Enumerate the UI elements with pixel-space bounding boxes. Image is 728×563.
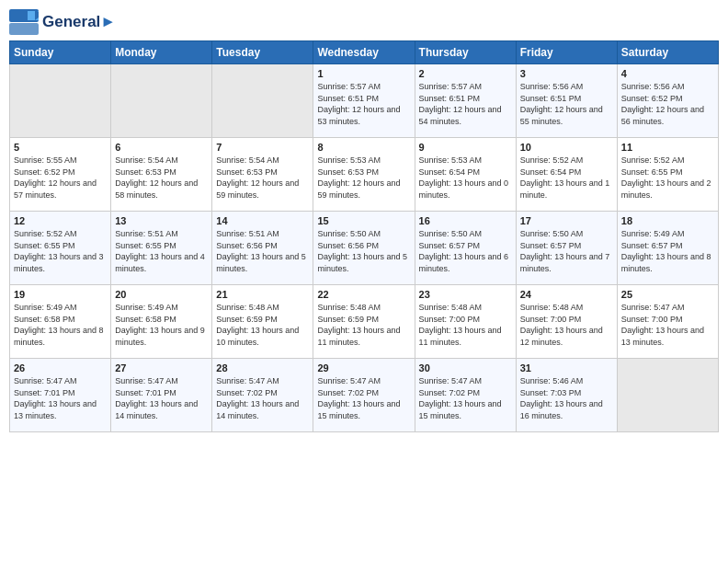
day-cell: 9Sunrise: 5:53 AM Sunset: 6:54 PM Daylig… <box>415 138 516 212</box>
day-number: 12 <box>14 215 107 226</box>
day-info: Sunrise: 5:46 AM Sunset: 7:03 PM Dayligh… <box>520 375 613 421</box>
day-info: Sunrise: 5:47 AM Sunset: 7:02 PM Dayligh… <box>216 375 309 421</box>
day-number: 24 <box>520 289 613 300</box>
day-info: Sunrise: 5:57 AM Sunset: 6:51 PM Dayligh… <box>317 81 410 127</box>
day-cell: 8Sunrise: 5:53 AM Sunset: 6:53 PM Daylig… <box>313 138 415 212</box>
week-row-5: 26Sunrise: 5:47 AM Sunset: 7:01 PM Dayli… <box>10 359 719 432</box>
day-cell <box>212 64 313 138</box>
day-cell <box>111 64 212 138</box>
day-info: Sunrise: 5:54 AM Sunset: 6:53 PM Dayligh… <box>115 155 208 201</box>
day-cell <box>10 64 111 138</box>
day-number: 19 <box>14 289 107 300</box>
day-info: Sunrise: 5:48 AM Sunset: 6:59 PM Dayligh… <box>216 302 309 348</box>
day-info: Sunrise: 5:56 AM Sunset: 6:52 PM Dayligh… <box>621 81 714 127</box>
day-cell: 28Sunrise: 5:47 AM Sunset: 7:02 PM Dayli… <box>212 359 313 432</box>
day-number: 9 <box>419 142 512 153</box>
day-number: 20 <box>115 289 208 300</box>
header-cell-wednesday: Wednesday <box>313 41 415 64</box>
day-cell: 14Sunrise: 5:51 AM Sunset: 6:56 PM Dayli… <box>212 212 313 285</box>
day-info: Sunrise: 5:51 AM Sunset: 6:56 PM Dayligh… <box>216 228 309 274</box>
logo: General► <box>9 9 116 35</box>
day-cell: 26Sunrise: 5:47 AM Sunset: 7:01 PM Dayli… <box>10 359 111 432</box>
day-info: Sunrise: 5:49 AM Sunset: 6:57 PM Dayligh… <box>621 228 714 274</box>
header-cell-tuesday: Tuesday <box>212 41 313 64</box>
day-info: Sunrise: 5:54 AM Sunset: 6:53 PM Dayligh… <box>216 155 309 201</box>
day-cell: 18Sunrise: 5:49 AM Sunset: 6:57 PM Dayli… <box>617 212 718 285</box>
day-info: Sunrise: 5:48 AM Sunset: 7:00 PM Dayligh… <box>419 302 512 348</box>
day-cell: 13Sunrise: 5:51 AM Sunset: 6:55 PM Dayli… <box>111 212 212 285</box>
week-row-1: 1Sunrise: 5:57 AM Sunset: 6:51 PM Daylig… <box>10 64 719 138</box>
day-number: 28 <box>216 362 309 373</box>
header-cell-saturday: Saturday <box>617 41 718 64</box>
day-info: Sunrise: 5:51 AM Sunset: 6:55 PM Dayligh… <box>115 228 208 274</box>
page-header: General► <box>9 9 719 35</box>
day-cell <box>617 359 718 432</box>
day-cell: 1Sunrise: 5:57 AM Sunset: 6:51 PM Daylig… <box>313 64 415 138</box>
day-cell: 23Sunrise: 5:48 AM Sunset: 7:00 PM Dayli… <box>415 285 516 359</box>
day-cell: 17Sunrise: 5:50 AM Sunset: 6:57 PM Dayli… <box>516 212 617 285</box>
week-row-2: 5Sunrise: 5:55 AM Sunset: 6:52 PM Daylig… <box>10 138 719 212</box>
day-cell: 31Sunrise: 5:46 AM Sunset: 7:03 PM Dayli… <box>516 359 617 432</box>
day-number: 6 <box>115 142 208 153</box>
day-info: Sunrise: 5:47 AM Sunset: 7:01 PM Dayligh… <box>14 375 107 421</box>
header-cell-thursday: Thursday <box>415 41 516 64</box>
day-info: Sunrise: 5:47 AM Sunset: 7:00 PM Dayligh… <box>621 302 714 348</box>
day-number: 29 <box>317 362 410 373</box>
day-cell: 4Sunrise: 5:56 AM Sunset: 6:52 PM Daylig… <box>617 64 718 138</box>
header-row: SundayMondayTuesdayWednesdayThursdayFrid… <box>10 41 719 64</box>
day-info: Sunrise: 5:50 AM Sunset: 6:57 PM Dayligh… <box>419 228 512 274</box>
header-cell-sunday: Sunday <box>10 41 111 64</box>
day-number: 4 <box>621 68 714 79</box>
week-row-4: 19Sunrise: 5:49 AM Sunset: 6:58 PM Dayli… <box>10 285 719 359</box>
day-number: 22 <box>317 289 410 300</box>
day-number: 25 <box>621 289 714 300</box>
day-cell: 27Sunrise: 5:47 AM Sunset: 7:01 PM Dayli… <box>111 359 212 432</box>
day-info: Sunrise: 5:50 AM Sunset: 6:57 PM Dayligh… <box>520 228 613 274</box>
day-number: 11 <box>621 142 714 153</box>
day-number: 16 <box>419 215 512 226</box>
day-cell: 3Sunrise: 5:56 AM Sunset: 6:51 PM Daylig… <box>516 64 617 138</box>
day-info: Sunrise: 5:53 AM Sunset: 6:54 PM Dayligh… <box>419 155 512 201</box>
day-info: Sunrise: 5:50 AM Sunset: 6:56 PM Dayligh… <box>317 228 410 274</box>
day-info: Sunrise: 5:48 AM Sunset: 6:59 PM Dayligh… <box>317 302 410 348</box>
day-cell: 11Sunrise: 5:52 AM Sunset: 6:55 PM Dayli… <box>617 138 718 212</box>
day-number: 5 <box>14 142 107 153</box>
day-cell: 2Sunrise: 5:57 AM Sunset: 6:51 PM Daylig… <box>415 64 516 138</box>
day-number: 18 <box>621 215 714 226</box>
day-info: Sunrise: 5:48 AM Sunset: 7:00 PM Dayligh… <box>520 302 613 348</box>
day-number: 8 <box>317 142 410 153</box>
day-cell: 20Sunrise: 5:49 AM Sunset: 6:58 PM Dayli… <box>111 285 212 359</box>
header-cell-monday: Monday <box>111 41 212 64</box>
day-number: 21 <box>216 289 309 300</box>
day-number: 1 <box>317 68 410 79</box>
day-info: Sunrise: 5:49 AM Sunset: 6:58 PM Dayligh… <box>14 302 107 348</box>
header-cell-friday: Friday <box>516 41 617 64</box>
day-number: 10 <box>520 142 613 153</box>
day-number: 7 <box>216 142 309 153</box>
day-cell: 6Sunrise: 5:54 AM Sunset: 6:53 PM Daylig… <box>111 138 212 212</box>
calendar-table: SundayMondayTuesdayWednesdayThursdayFrid… <box>9 40 719 432</box>
day-cell: 7Sunrise: 5:54 AM Sunset: 6:53 PM Daylig… <box>212 138 313 212</box>
day-cell: 19Sunrise: 5:49 AM Sunset: 6:58 PM Dayli… <box>10 285 111 359</box>
logo-text: General► <box>42 14 116 31</box>
day-cell: 25Sunrise: 5:47 AM Sunset: 7:00 PM Dayli… <box>617 285 718 359</box>
day-info: Sunrise: 5:49 AM Sunset: 6:58 PM Dayligh… <box>115 302 208 348</box>
day-info: Sunrise: 5:55 AM Sunset: 6:52 PM Dayligh… <box>14 155 107 201</box>
day-cell: 15Sunrise: 5:50 AM Sunset: 6:56 PM Dayli… <box>313 212 415 285</box>
day-info: Sunrise: 5:47 AM Sunset: 7:02 PM Dayligh… <box>419 375 512 421</box>
day-info: Sunrise: 5:52 AM Sunset: 6:55 PM Dayligh… <box>621 155 714 201</box>
day-number: 30 <box>419 362 512 373</box>
day-number: 13 <box>115 215 208 226</box>
day-info: Sunrise: 5:57 AM Sunset: 6:51 PM Dayligh… <box>419 81 512 127</box>
day-info: Sunrise: 5:52 AM Sunset: 6:54 PM Dayligh… <box>520 155 613 201</box>
day-cell: 21Sunrise: 5:48 AM Sunset: 6:59 PM Dayli… <box>212 285 313 359</box>
svg-rect-1 <box>9 23 39 35</box>
day-number: 26 <box>14 362 107 373</box>
day-number: 14 <box>216 215 309 226</box>
day-info: Sunrise: 5:47 AM Sunset: 7:01 PM Dayligh… <box>115 375 208 421</box>
day-cell: 10Sunrise: 5:52 AM Sunset: 6:54 PM Dayli… <box>516 138 617 212</box>
day-info: Sunrise: 5:53 AM Sunset: 6:53 PM Dayligh… <box>317 155 410 201</box>
day-cell: 30Sunrise: 5:47 AM Sunset: 7:02 PM Dayli… <box>415 359 516 432</box>
day-number: 3 <box>520 68 613 79</box>
day-cell: 24Sunrise: 5:48 AM Sunset: 7:00 PM Dayli… <box>516 285 617 359</box>
